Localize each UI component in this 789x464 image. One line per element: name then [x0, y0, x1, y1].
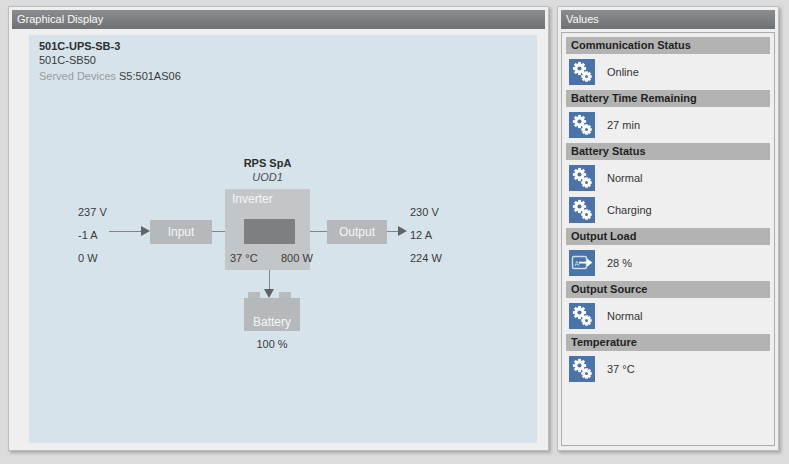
unit-title: RPS SpA: [225, 157, 310, 169]
input-power: 0 W: [78, 252, 98, 264]
output-voltage: 230 V: [410, 206, 439, 218]
gears-icon[interactable]: [569, 303, 595, 329]
graphical-display-panel: Graphical Display 501C-UPS-SB-3 501C-SB5…: [8, 6, 549, 451]
input-block[interactable]: Input: [150, 220, 212, 244]
values-titlebar: Values: [561, 10, 775, 29]
input-voltage: 237 V: [78, 206, 107, 218]
value-row: 27 min: [569, 110, 770, 140]
section-header: Output Source: [566, 281, 770, 298]
unit-subtitle: UOD1: [225, 171, 310, 183]
value-row: 37 °C: [569, 354, 770, 384]
inverter-power: 800 W: [281, 252, 313, 264]
values-panel: Values Communication Status OnlineBatter…: [557, 6, 779, 451]
output-metrics: 230 V 12 A 224 W: [410, 207, 442, 265]
battery-block[interactable]: Battery: [244, 298, 300, 331]
arrowhead-out-of-output-icon: [398, 226, 407, 236]
arrowhead-into-input-icon: [141, 226, 150, 236]
output-block[interactable]: Output: [327, 220, 387, 244]
battery-charge-value: 100 %: [244, 338, 300, 350]
served-devices-value: S5:501AS06: [119, 70, 181, 82]
value-text: Normal: [607, 310, 642, 322]
value-row: Normal: [569, 163, 770, 193]
inverter-label: Inverter: [232, 192, 273, 206]
arrowhead-into-battery-icon: [264, 289, 274, 298]
section-header: Temperature: [566, 334, 770, 351]
value-text: Normal: [607, 172, 642, 184]
graphical-display-titlebar: Graphical Display: [12, 10, 545, 29]
value-row: Charging: [569, 195, 770, 225]
value-row: A 28 %: [569, 248, 770, 278]
value-text: 28 %: [607, 257, 632, 269]
value-text: 27 min: [607, 119, 640, 131]
gears-icon[interactable]: [569, 112, 595, 138]
input-metrics: 237 V -1 A 0 W: [78, 207, 107, 265]
section-header: Battery Status: [566, 143, 770, 160]
ups-diagram-canvas: 501C-UPS-SB-3 501C-SB50 Served Devices S…: [28, 34, 538, 444]
section-header: Output Load: [566, 228, 770, 245]
gears-icon[interactable]: [569, 356, 595, 382]
gears-icon[interactable]: [569, 59, 595, 85]
input-current: -1 A: [78, 229, 98, 241]
section-header: Communication Status: [566, 37, 770, 54]
output-power: 224 W: [410, 252, 442, 264]
values-sections: Communication Status OnlineBattery Time …: [561, 32, 775, 446]
value-text: Charging: [607, 204, 652, 216]
inverter-core-block: [244, 219, 295, 244]
device-name: 501C-UPS-SB-3: [39, 40, 120, 52]
value-row: Online: [569, 57, 770, 87]
value-row: Normal: [569, 301, 770, 331]
gears-icon[interactable]: [569, 197, 595, 223]
svg-text:A: A: [575, 260, 580, 267]
served-devices-label: Served Devices: [39, 70, 116, 82]
value-text: 37 °C: [607, 363, 635, 375]
inverter-temperature: 37 °C: [230, 252, 258, 264]
gears-icon[interactable]: [569, 165, 595, 191]
value-text: Online: [607, 66, 639, 78]
load-meter-icon[interactable]: A: [569, 250, 595, 276]
device-model: 501C-SB50: [39, 54, 96, 66]
flow-line-source-to-input: [109, 231, 143, 232]
output-current: 12 A: [410, 229, 432, 241]
section-header: Battery Time Remaining: [566, 90, 770, 107]
